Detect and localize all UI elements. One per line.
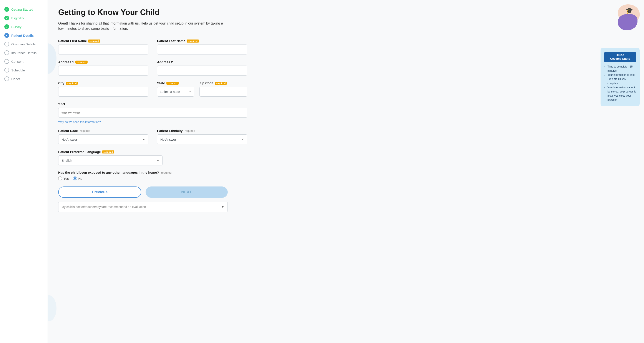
chevron-down-icon: ▼ (221, 205, 224, 209)
required-badge: required (102, 150, 114, 153)
required-badge: required (187, 39, 199, 42)
home-language-section: Has the child been exposed to any other … (58, 171, 247, 180)
check-icon: ✓ (4, 24, 9, 29)
empty-icon (4, 50, 9, 55)
city-state-zip-row: City required State required Select a st… (58, 81, 247, 97)
address1-label: Address 1 required (58, 60, 148, 64)
hipaa-bullet-1: Time to complete - 15 minutes (608, 65, 636, 73)
language-group: Patient Preferred Language required Engl… (58, 150, 162, 165)
right-panel: 🎓 HIPAACovered Entity Time to complete -… (600, 0, 644, 343)
hipaa-bullet-3: Your information cannot be stored, so pr… (608, 85, 636, 102)
ssn-group: SSN (58, 102, 247, 118)
name-row: Patient First Name required Patient Last… (58, 39, 247, 54)
address2-label: Address 2 (157, 60, 247, 64)
sidebar-item-label: Insurance Details (11, 51, 36, 55)
radio-yes-option[interactable]: Yes (58, 176, 69, 180)
blob-purple (618, 14, 638, 30)
sidebar-item-getting-started[interactable]: ✓ Getting Started (4, 7, 43, 12)
sidebar-item-label: Survey (11, 25, 22, 29)
empty-icon (4, 59, 9, 64)
page-title: Getting to Know Your Child (58, 8, 247, 17)
last-name-input[interactable] (157, 44, 247, 54)
next-button[interactable]: NEXT (146, 186, 228, 198)
city-group: City required (58, 81, 148, 97)
bg-decoration-bottom (48, 295, 56, 321)
bg-decoration-top (48, 43, 56, 74)
city-input[interactable] (58, 87, 148, 97)
empty-icon (4, 76, 9, 81)
ssn-info-link[interactable]: Why do we need this information? (58, 120, 101, 123)
active-icon: ● (4, 33, 9, 38)
sidebar-item-label: Getting Started (11, 7, 33, 11)
ssn-label: SSN (58, 102, 247, 106)
sidebar: ✓ Getting Started ✓ Eligibility ✓ Survey… (0, 0, 48, 343)
recommendation-text: My child's doctor/teacher/daycare recomm… (62, 205, 146, 209)
sidebar-item-label: Consent (11, 60, 24, 63)
sidebar-item-guardian-details[interactable]: Guardian Details (4, 42, 43, 46)
address1-group: Address 1 required (58, 60, 148, 75)
address1-input[interactable] (58, 65, 148, 75)
city-label: City required (58, 81, 148, 85)
sidebar-item-eligibility[interactable]: ✓ Eligibility (4, 16, 43, 20)
state-label: State required (157, 81, 194, 85)
empty-icon (4, 68, 9, 72)
sidebar-item-label: Guardian Details (11, 42, 36, 46)
radio-yes-input[interactable] (58, 176, 62, 180)
recommendation-dropdown[interactable]: My child's doctor/teacher/daycare recomm… (58, 202, 228, 212)
hipaa-card: HIPAACovered Entity Time to complete - 1… (600, 48, 640, 106)
state-select[interactable]: Select a state Alabama Alaska Arizona Ca… (157, 87, 194, 97)
language-select[interactable]: English Spanish French Chinese Arabic (58, 155, 162, 165)
illustration: 🎓 (605, 4, 640, 30)
race-ethnicity-row: Patient Race required No Answer American… (58, 129, 247, 144)
zip-group: Zip Code required (200, 81, 247, 97)
address2-group: Address 2 (157, 60, 247, 75)
home-lang-label: Has the child been exposed to any other … (58, 171, 247, 174)
required-badge: required (76, 60, 88, 64)
race-label: Patient Race required (58, 129, 148, 133)
ethnicity-group: Patient Ethnicity required No Answer His… (157, 129, 247, 144)
page-subtitle: Great! Thanks for sharing all that infor… (58, 21, 228, 31)
required-badge: required (66, 82, 78, 85)
sidebar-item-label: Eligibility (11, 16, 24, 20)
hipaa-bullet-2: Your information is safe - We are HIPAA … (608, 73, 636, 85)
ssn-input[interactable] (58, 108, 247, 118)
radio-no-input[interactable] (73, 176, 77, 180)
first-name-input[interactable] (58, 44, 148, 54)
previous-button[interactable]: Previous (58, 186, 141, 198)
check-icon: ✓ (4, 7, 9, 12)
sidebar-item-schedule[interactable]: Schedule (4, 68, 43, 72)
zip-input[interactable] (200, 87, 247, 97)
hipaa-title: HIPAACovered Entity (604, 52, 636, 62)
home-lang-radio-group: Yes No (58, 176, 247, 180)
button-row: Previous NEXT (58, 186, 228, 198)
radio-yes-label: Yes (64, 177, 69, 180)
state-zip-group: State required Select a state Alabama Al… (157, 81, 247, 97)
radio-no-label: No (78, 177, 82, 180)
ethnicity-select[interactable]: No Answer Hispanic or Latino Not Hispani… (157, 134, 247, 144)
address2-input[interactable] (157, 65, 247, 75)
hat-icon: 🎓 (626, 7, 633, 14)
sidebar-item-label: Done! (11, 77, 20, 81)
language-label: Patient Preferred Language required (58, 150, 162, 154)
sidebar-item-label: Patient Details (11, 34, 34, 37)
main-content: Getting to Know Your Child Great! Thanks… (48, 0, 600, 343)
race-select[interactable]: No Answer American Indian or Alaska Nati… (58, 134, 148, 144)
ethnicity-label: Patient Ethnicity required (157, 129, 247, 133)
last-name-group: Patient Last Name required (157, 39, 247, 54)
empty-icon (4, 42, 9, 46)
sidebar-item-done[interactable]: Done! (4, 76, 43, 81)
sidebar-item-label: Schedule (11, 68, 25, 72)
race-group: Patient Race required No Answer American… (58, 129, 148, 144)
home-lang-required: required (161, 171, 172, 174)
required-badge: required (166, 82, 178, 85)
state-group: State required Select a state Alabama Al… (157, 81, 194, 97)
sidebar-item-patient-details[interactable]: ● Patient Details (4, 33, 43, 38)
required-badge: required (215, 82, 227, 85)
sidebar-item-consent[interactable]: Consent (4, 59, 43, 64)
sidebar-item-survey[interactable]: ✓ Survey (4, 24, 43, 29)
address-row: Address 1 required Address 2 (58, 60, 247, 75)
radio-no-option[interactable]: No (73, 176, 82, 180)
first-name-label: Patient First Name required (58, 39, 148, 43)
sidebar-item-insurance-details[interactable]: Insurance Details (4, 50, 43, 55)
first-name-group: Patient First Name required (58, 39, 148, 54)
